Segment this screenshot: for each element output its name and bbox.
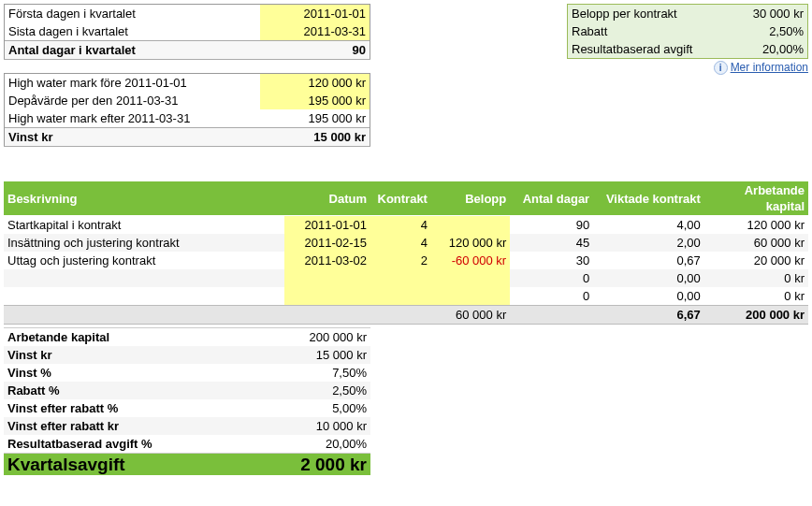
label-last-day: Sista dagen i kvartalet [5, 22, 260, 41]
value-depot[interactable]: 195 000 kr [260, 92, 370, 109]
summary-row: Vinst kr 15 000 kr [4, 346, 370, 364]
cell-datum[interactable]: 2011-01-01 [284, 216, 370, 235]
cell-arb: 0 kr [704, 269, 808, 287]
page-root: Första dagen i kvartalet 2011-01-01 Sist… [0, 0, 812, 506]
transactions-total-row: 60 000 kr 6,67 200 000 kr [4, 306, 808, 325]
row-per-contract: Belopp per kontrakt 30 000 kr [568, 5, 808, 23]
table-row: Startkapital i kontrakt 2011-01-01 4 90 … [4, 216, 808, 235]
summary-value: 20,00% [260, 435, 370, 454]
cell-beskr: Uttag och justering kontrakt [4, 252, 284, 269]
summary-row: Vinst % 7,50% [4, 364, 370, 382]
cell-belopp[interactable]: 120 000 kr [431, 234, 510, 252]
final-label: Kvartalsavgift [4, 454, 260, 476]
summary-table: Arbetande kapital 200 000 kr Vinst kr 15… [4, 327, 370, 475]
summary-label: Rabatt % [4, 382, 260, 399]
table-row: Insättning och justering kontrakt 2011-0… [4, 234, 808, 252]
hdr-kontrakt: Kontrakt [370, 181, 431, 216]
cell-empty [370, 306, 431, 325]
cell-belopp[interactable]: -60 000 kr [431, 252, 510, 269]
cell-dagar: 90 [510, 216, 593, 235]
cell-belopp[interactable] [431, 287, 510, 306]
cell-dagar: 0 [510, 287, 593, 306]
cell-vikt: 0,67 [593, 252, 704, 269]
cell-vikt: 0,00 [593, 269, 704, 287]
summary-label: Arbetande kapital [4, 328, 260, 347]
transactions-block: Beskrivning Datum Kontrakt Belopp Antal … [4, 181, 808, 325]
label-profit: Vinst kr [5, 128, 260, 147]
info-row: iMer information [567, 59, 808, 75]
cell-dagar: 0 [510, 269, 593, 287]
cell-datum[interactable]: 2011-03-02 [284, 252, 370, 269]
label-first-day: Första dagen i kvartalet [5, 5, 260, 23]
cell-kontrakt[interactable]: 2 [370, 252, 431, 269]
value-last-day[interactable]: 2011-03-31 [260, 22, 370, 41]
summary-label: Vinst efter rabatt % [4, 399, 260, 417]
table-row: 0 0,00 0 kr [4, 269, 808, 287]
summary-label: Vinst kr [4, 346, 260, 364]
cell-beskr [4, 287, 284, 306]
label-depot: Depåvärde per den 2011-03-31 [5, 92, 260, 109]
summary-value: 200 000 kr [260, 328, 370, 347]
hdr-arbetande: Arbetande kapital [704, 181, 808, 216]
cell-datum[interactable]: 2011-02-15 [284, 234, 370, 252]
value-result-fee: 20,00% [732, 40, 807, 59]
cell-vikt: 2,00 [593, 234, 704, 252]
info-icon: i [714, 61, 728, 75]
row-profit: Vinst kr 15 000 kr [5, 128, 370, 147]
cell-arb: 60 000 kr [704, 234, 808, 252]
contract-parameters-table: Belopp per kontrakt 30 000 kr Rabatt 2,5… [567, 4, 808, 59]
summary-value: 7,50% [260, 364, 370, 382]
row-days-total: Antal dagar i kvartalet 90 [5, 41, 370, 60]
value-hwm-after: 195 000 kr [260, 109, 370, 128]
value-per-contract: 30 000 kr [732, 5, 807, 23]
row-last-day: Sista dagen i kvartalet 2011-03-31 [5, 22, 370, 41]
label-hwm-after: High water mark efter 2011-03-31 [5, 109, 260, 128]
label-result-fee: Resultatbaserad avgift [568, 40, 733, 59]
cell-dagar: 45 [510, 234, 593, 252]
cell-vikt: 4,00 [593, 216, 704, 235]
table-row: 0 0,00 0 kr [4, 287, 808, 306]
cell-kontrakt[interactable]: 4 [370, 216, 431, 235]
hdr-antal-dagar: Antal dagar [510, 181, 593, 216]
summary-block: Arbetande kapital 200 000 kr Vinst kr 15… [4, 327, 370, 475]
row-depot: Depåvärde per den 2011-03-31 195 000 kr [5, 92, 370, 109]
cell-empty [4, 306, 284, 325]
cell-vikt: 0,00 [593, 287, 704, 306]
cell-arb: 120 000 kr [704, 216, 808, 235]
summary-row: Arbetande kapital 200 000 kr [4, 328, 370, 347]
summary-final-row: Kvartalsavgift 2 000 kr [4, 454, 370, 476]
label-hwm-before: High water mark före 2011-01-01 [5, 74, 260, 93]
cell-datum[interactable] [284, 269, 370, 287]
value-days: 90 [260, 41, 370, 60]
summary-label: Vinst efter rabatt kr [4, 417, 260, 435]
cell-datum[interactable] [284, 287, 370, 306]
summary-label: Resultatbaserad avgift % [4, 435, 260, 454]
quarter-and-hwm-block: Första dagen i kvartalet 2011-01-01 Sist… [4, 4, 370, 147]
row-hwm-after: High water mark efter 2011-03-31 195 000… [5, 109, 370, 128]
row-hwm-before: High water mark före 2011-01-01 120 000 … [5, 74, 370, 93]
summary-value: 10 000 kr [260, 417, 370, 435]
cell-kontrakt[interactable]: 4 [370, 234, 431, 252]
total-vikt: 6,67 [593, 306, 704, 325]
cell-kontrakt[interactable] [370, 287, 431, 306]
quarter-table: Första dagen i kvartalet 2011-01-01 Sist… [4, 4, 370, 60]
summary-value: 2,50% [260, 382, 370, 399]
summary-row: Rabatt % 2,50% [4, 382, 370, 399]
cell-kontrakt[interactable] [370, 269, 431, 287]
value-hwm-before[interactable]: 120 000 kr [260, 74, 370, 93]
value-discount: 2,50% [732, 22, 807, 40]
value-first-day[interactable]: 2011-01-01 [260, 5, 370, 23]
cell-belopp[interactable] [431, 269, 510, 287]
cell-empty [510, 306, 593, 325]
label-discount: Rabatt [568, 22, 733, 40]
cell-empty [284, 306, 370, 325]
hdr-datum: Datum [284, 181, 370, 216]
hdr-beskrivning: Beskrivning [4, 181, 284, 216]
cell-belopp[interactable] [431, 216, 510, 235]
more-info-link[interactable]: Mer information [731, 61, 808, 74]
hdr-viktade: Viktade kontrakt [593, 181, 704, 216]
summary-value: 15 000 kr [260, 346, 370, 364]
total-arb: 200 000 kr [704, 306, 808, 325]
total-belopp: 60 000 kr [431, 306, 510, 325]
summary-label: Vinst % [4, 364, 260, 382]
